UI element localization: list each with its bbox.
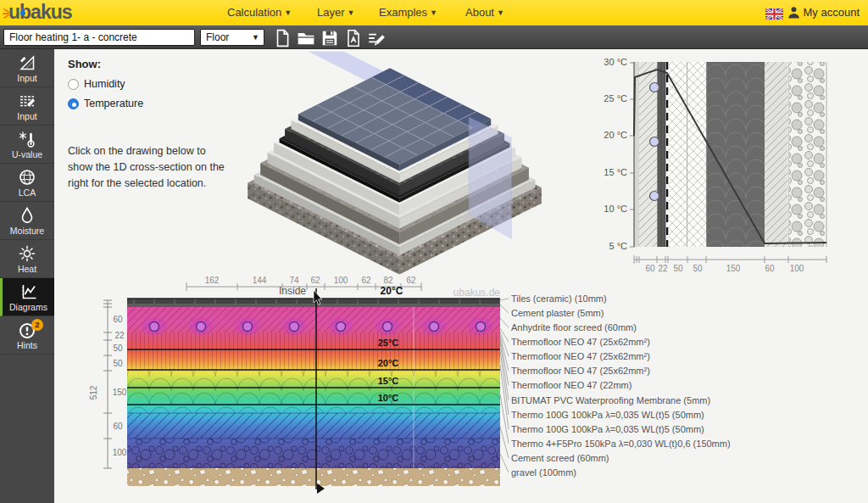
menu-calculation[interactable]: Calculation▼ <box>227 0 292 25</box>
menu-layer[interactable]: Layer▼ <box>317 0 354 25</box>
profile-y-axis: 30 °C 25 °C 20 °C 15 °C 10 °C 5 °C <box>604 57 635 251</box>
sidebar-item-hints[interactable]: Hints 2 <box>0 316 54 355</box>
pdf-export-icon[interactable] <box>344 29 363 48</box>
project-name-input[interactable] <box>3 29 195 46</box>
ubakus-logo[interactable]: ubakus <box>8 1 72 24</box>
my-account-button[interactable]: My account <box>787 0 860 25</box>
menu-about[interactable]: About▼ <box>465 0 504 25</box>
svg-text:25°C: 25°C <box>378 338 399 348</box>
svg-text:62: 62 <box>310 276 320 285</box>
layer-callouts: Tiles (ceramic) (10mm) Cement plaster (5… <box>500 293 731 478</box>
chevron-down-icon: ▼ <box>348 8 355 17</box>
svg-text:Tiles (ceramic) (10mm): Tiles (ceramic) (10mm) <box>511 293 607 304</box>
sidebar-item-diagrams[interactable]: Diagrams <box>0 278 54 316</box>
svg-text:Cement screed (60mm): Cement screed (60mm) <box>511 453 609 463</box>
svg-text:15°C: 15°C <box>378 376 399 386</box>
profile-materials <box>634 62 826 247</box>
svg-text:60: 60 <box>113 315 123 324</box>
sidebar-item-moisture[interactable]: Moisture <box>0 202 54 240</box>
save-icon[interactable] <box>320 29 339 48</box>
svg-text:20°C: 20°C <box>378 358 399 368</box>
project-toolbar: Floor▼ <box>0 25 868 49</box>
chevron-down-icon: ▼ <box>430 8 437 17</box>
watermark: ubakus.de <box>453 287 501 299</box>
svg-text:5 °C: 5 °C <box>609 241 627 251</box>
radio-temperature[interactable]: Temperature <box>68 98 229 109</box>
cross-section-2d[interactable]: 162 144 74 62 100 62 82 62 Inside 20°C u… <box>83 276 868 503</box>
svg-text:60: 60 <box>113 422 123 431</box>
inside-temperature: 20°C <box>381 285 403 297</box>
sidebar-item-heat[interactable]: Heat <box>0 240 54 278</box>
svg-text:62: 62 <box>406 276 416 285</box>
hints-count-badge: 2 <box>31 319 43 331</box>
total-thickness-label: 512 <box>89 385 98 400</box>
svg-text:Thermo 100G 100kPa λ=0,035 WL(: Thermo 100G 100kPa λ=0,035 WL(t)5 (50mm) <box>511 424 704 434</box>
report-edit-icon[interactable] <box>367 29 386 48</box>
inside-label: Inside <box>279 285 306 297</box>
svg-text:Thermofloor NEO 47 (25x62mm²): Thermofloor NEO 47 (25x62mm²) <box>511 337 650 347</box>
sidebar-item-lca[interactable]: LCA <box>0 164 54 202</box>
svg-text:20 °C: 20 °C <box>604 130 627 140</box>
chart-icon <box>19 282 38 301</box>
radio-button-icon[interactable] <box>68 98 79 109</box>
svg-text:30 °C: 30 °C <box>604 57 627 67</box>
svg-text:60: 60 <box>765 264 775 273</box>
svg-text:gravel (100mm): gravel (100mm) <box>511 467 576 478</box>
chevron-down-icon: ▼ <box>284 8 292 17</box>
instruction-text: Click on the drawing below to show the 1… <box>68 143 229 191</box>
svg-text:25 °C: 25 °C <box>604 93 627 103</box>
sidebar-nav: Input Input U-value LCA Moisture <box>0 49 54 503</box>
new-file-icon[interactable] <box>273 29 292 48</box>
globe-icon <box>18 168 36 187</box>
radio-button-icon[interactable] <box>68 79 79 90</box>
svg-text:50: 50 <box>113 344 123 353</box>
svg-text:Thermofloor NEO 47 (25x62mm²): Thermofloor NEO 47 (25x62mm²) <box>511 351 650 361</box>
user-icon <box>787 6 800 19</box>
svg-text:Thermofloor NEO 47 (22mm): Thermofloor NEO 47 (22mm) <box>511 380 632 390</box>
open-folder-icon[interactable] <box>297 29 315 48</box>
svg-text:100: 100 <box>113 448 127 457</box>
profile-x-axis: 60 22 50 50 150 60 100 <box>634 255 826 273</box>
section-body[interactable]: 25°C 20°C 15°C 10°C <box>127 299 500 486</box>
svg-text:Anhydrite floor screed (60mm): Anhydrite floor screed (60mm) <box>511 322 637 333</box>
svg-text:Cement plaster (5mm): Cement plaster (5mm) <box>511 308 604 318</box>
svg-text:150: 150 <box>113 388 127 397</box>
svg-text:Thermo 100G 100kPa λ=0,035 WL(: Thermo 100G 100kPa λ=0,035 WL(t)5 (50mm) <box>511 410 704 420</box>
svg-text:BITUMAT PVC Waterproofing Memb: BITUMAT PVC Waterproofing Membrane (5mm) <box>511 395 710 405</box>
svg-text:10 °C: 10 °C <box>604 204 627 214</box>
svg-text:82: 82 <box>383 276 393 285</box>
radio-humidity[interactable]: Humidity <box>68 78 229 90</box>
component-type-select[interactable]: Floor▼ <box>200 29 264 46</box>
thermometer-snowflake-icon <box>18 130 36 148</box>
sidebar-item-input-layers[interactable]: Input <box>0 87 54 126</box>
uk-flag-icon[interactable] <box>765 8 783 23</box>
sun-icon <box>18 244 36 263</box>
svg-text:162: 162 <box>205 276 220 285</box>
svg-text:100: 100 <box>790 264 804 273</box>
svg-text:100: 100 <box>334 276 348 285</box>
svg-text:50: 50 <box>693 264 703 273</box>
svg-text:150: 150 <box>726 264 741 273</box>
sidebar-item-u-value[interactable]: U-value <box>0 126 54 164</box>
svg-text:22: 22 <box>658 264 668 273</box>
show-label: Show: <box>68 58 229 70</box>
sidebar-item-input-drawing[interactable]: Input <box>0 49 54 87</box>
svg-text:74: 74 <box>289 276 299 285</box>
display-options-panel: Show: Humidity Temperature Click on the … <box>68 58 229 191</box>
set-square-icon <box>18 53 36 72</box>
app-header: ubakus Calculation▼ Layer▼ Examples▼ Abo… <box>0 0 868 25</box>
menu-examples[interactable]: Examples▼ <box>379 0 437 25</box>
logo-spark-icon <box>3 3 13 26</box>
svg-text:22: 22 <box>114 331 125 340</box>
logo-drop-icon <box>19 0 27 22</box>
svg-text:50: 50 <box>113 359 123 368</box>
svg-text:15 °C: 15 °C <box>604 167 627 177</box>
chevron-down-icon: ▼ <box>252 30 259 46</box>
list-edit-icon <box>18 92 36 110</box>
svg-text:62: 62 <box>361 276 371 285</box>
chevron-down-icon: ▼ <box>497 8 504 17</box>
temperature-profile-1d: 30 °C 25 °C 20 °C 15 °C 10 °C 5 °C <box>583 49 868 278</box>
svg-text:60: 60 <box>645 264 655 273</box>
construction-3d-view[interactable] <box>212 49 555 280</box>
left-dimension-ruler: 60 22 50 50 150 60 100 512 <box>89 300 127 468</box>
